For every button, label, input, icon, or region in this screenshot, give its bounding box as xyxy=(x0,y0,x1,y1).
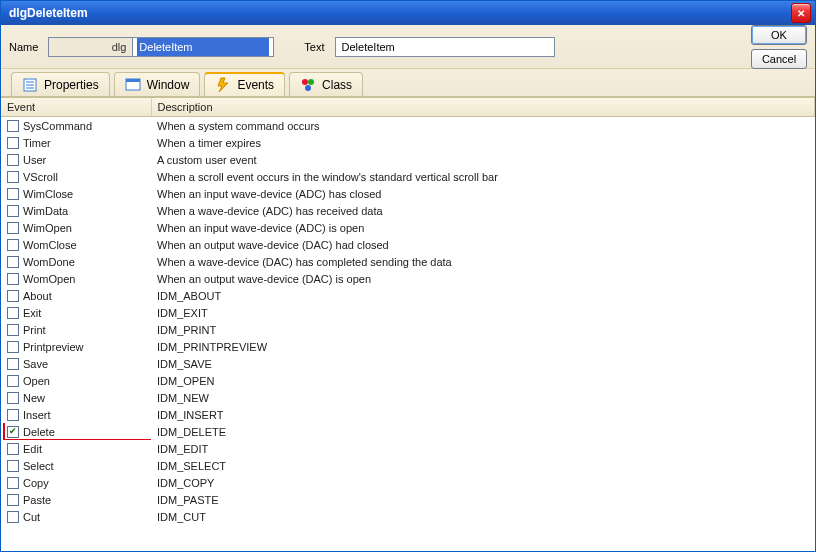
name-prefix: dlg xyxy=(49,38,133,56)
table-row[interactable]: EditIDM_EDIT xyxy=(1,440,815,457)
tabbar: Properties Window Events Class xyxy=(1,69,815,97)
cell-description: IDM_PRINT xyxy=(151,321,815,338)
event-name: WomDone xyxy=(23,256,75,268)
table-row[interactable]: SelectIDM_SELECT xyxy=(1,457,815,474)
event-checkbox[interactable] xyxy=(7,120,19,132)
tab-events[interactable]: Events xyxy=(204,72,285,96)
event-name: WomOpen xyxy=(23,273,75,285)
event-checkbox[interactable] xyxy=(7,392,19,404)
cell-description: IDM_SAVE xyxy=(151,355,815,372)
event-name: Edit xyxy=(23,443,42,455)
event-name: Paste xyxy=(23,494,51,506)
cell-event: WomOpen xyxy=(1,270,151,287)
table-row[interactable]: PrintpreviewIDM_PRINTPREVIEW xyxy=(1,338,815,355)
table-row[interactable]: WomDoneWhen a wave-device (DAC) has comp… xyxy=(1,253,815,270)
event-name: Insert xyxy=(23,409,51,421)
event-name: SysCommand xyxy=(23,120,92,132)
table-row[interactable]: WomCloseWhen an output wave-device (DAC)… xyxy=(1,236,815,253)
event-checkbox[interactable] xyxy=(7,307,19,319)
event-checkbox[interactable] xyxy=(7,477,19,489)
table-row[interactable]: NewIDM_NEW xyxy=(1,389,815,406)
cell-event: About xyxy=(1,287,151,304)
table-row[interactable]: WimOpenWhen an input wave-device (ADC) i… xyxy=(1,219,815,236)
event-checkbox[interactable] xyxy=(7,171,19,183)
event-checkbox[interactable] xyxy=(7,290,19,302)
table-row[interactable]: InsertIDM_INSERT xyxy=(1,406,815,423)
cell-description: When an input wave-device (ADC) has clos… xyxy=(151,185,815,202)
event-checkbox[interactable] xyxy=(7,239,19,251)
table-row[interactable]: CopyIDM_COPY xyxy=(1,474,815,491)
event-checkbox[interactable] xyxy=(7,222,19,234)
table-row[interactable]: UserA custom user event xyxy=(1,151,815,168)
cell-event: Copy xyxy=(1,474,151,491)
close-icon: ✕ xyxy=(797,8,805,19)
event-checkbox[interactable] xyxy=(7,188,19,200)
name-input[interactable]: DeleteItem xyxy=(133,38,273,56)
event-checkbox[interactable] xyxy=(7,460,19,472)
table-row[interactable]: CutIDM_CUT xyxy=(1,508,815,525)
event-checkbox[interactable] xyxy=(7,443,19,455)
table-row[interactable]: WomOpenWhen an output wave-device (DAC) … xyxy=(1,270,815,287)
name-field[interactable]: dlg DeleteItem xyxy=(48,37,274,57)
event-checkbox[interactable] xyxy=(7,494,19,506)
cancel-button[interactable]: Cancel xyxy=(751,49,807,69)
cell-event: WomDone xyxy=(1,253,151,270)
event-checkbox[interactable] xyxy=(7,256,19,268)
svg-marker-6 xyxy=(218,78,228,92)
titlebar: dlgDeleteItem ✕ xyxy=(1,1,815,25)
dialog-window: dlgDeleteItem ✕ Name dlg DeleteItem Text… xyxy=(0,0,816,552)
close-button[interactable]: ✕ xyxy=(791,3,811,23)
event-checkbox[interactable] xyxy=(7,426,19,438)
events-icon xyxy=(215,77,231,93)
table-row[interactable]: PasteIDM_PASTE xyxy=(1,491,815,508)
event-checkbox[interactable] xyxy=(7,137,19,149)
events-table-scroll[interactable]: Event Description SysCommandWhen a syste… xyxy=(1,98,815,551)
tab-class[interactable]: Class xyxy=(289,72,363,96)
col-event[interactable]: Event xyxy=(1,98,151,117)
cell-event: Paste xyxy=(1,491,151,508)
name-label: Name xyxy=(9,41,38,53)
cell-event: Delete xyxy=(1,423,151,440)
table-row[interactable]: DeleteIDM_DELETE xyxy=(1,423,815,440)
event-name: Printpreview xyxy=(23,341,84,353)
col-description[interactable]: Description xyxy=(151,98,815,117)
svg-rect-5 xyxy=(126,79,140,82)
cell-event: Cut xyxy=(1,508,151,525)
table-row[interactable]: PrintIDM_PRINT xyxy=(1,321,815,338)
cell-description: IDM_EDIT xyxy=(151,440,815,457)
table-row[interactable]: AboutIDM_ABOUT xyxy=(1,287,815,304)
event-name: VScroll xyxy=(23,171,58,183)
event-name: Save xyxy=(23,358,48,370)
table-row[interactable]: VScrollWhen a scroll event occurs in the… xyxy=(1,168,815,185)
table-row[interactable]: SysCommandWhen a system command occurs xyxy=(1,117,815,135)
button-stack: OK Cancel xyxy=(751,25,807,69)
event-checkbox[interactable] xyxy=(7,154,19,166)
tab-properties[interactable]: Properties xyxy=(11,72,110,96)
text-input[interactable]: DeleteItem xyxy=(335,37,555,57)
cell-event: WimClose xyxy=(1,185,151,202)
event-checkbox[interactable] xyxy=(7,273,19,285)
event-checkbox[interactable] xyxy=(7,409,19,421)
table-row[interactable]: OpenIDM_OPEN xyxy=(1,372,815,389)
event-checkbox[interactable] xyxy=(7,358,19,370)
cell-description: IDM_PRINTPREVIEW xyxy=(151,338,815,355)
event-name: Select xyxy=(23,460,54,472)
event-checkbox[interactable] xyxy=(7,375,19,387)
table-row[interactable]: ExitIDM_EXIT xyxy=(1,304,815,321)
event-name: Delete xyxy=(23,426,55,438)
event-checkbox[interactable] xyxy=(7,511,19,523)
events-table: Event Description SysCommandWhen a syste… xyxy=(1,98,815,525)
tab-window[interactable]: Window xyxy=(114,72,201,96)
cell-description: When a timer expires xyxy=(151,134,815,151)
ok-button[interactable]: OK xyxy=(751,25,807,45)
event-checkbox[interactable] xyxy=(7,341,19,353)
table-row[interactable]: TimerWhen a timer expires xyxy=(1,134,815,151)
event-name: About xyxy=(23,290,52,302)
event-checkbox[interactable] xyxy=(7,324,19,336)
table-row[interactable]: WimCloseWhen an input wave-device (ADC) … xyxy=(1,185,815,202)
event-checkbox[interactable] xyxy=(7,205,19,217)
cell-event: Save xyxy=(1,355,151,372)
table-row[interactable]: WimDataWhen a wave-device (ADC) has rece… xyxy=(1,202,815,219)
event-name: Exit xyxy=(23,307,41,319)
table-row[interactable]: SaveIDM_SAVE xyxy=(1,355,815,372)
